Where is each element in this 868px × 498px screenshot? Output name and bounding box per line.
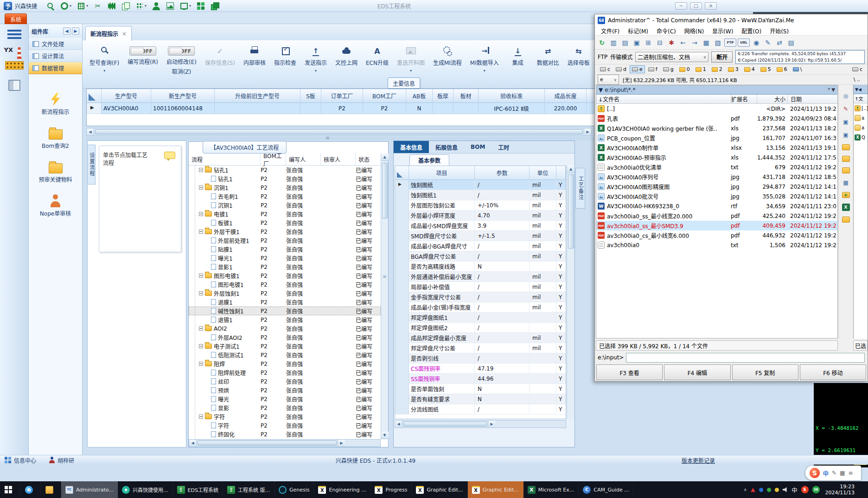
file-row[interactable]: AV3CH00IA0图形精度图 jpg 294,877 2024/11/12 1…: [596, 182, 837, 192]
strip-icon[interactable]: [842, 217, 850, 223]
scroll-right-icon[interactable]: ▶: [338, 440, 345, 447]
toolbar-icon[interactable]: ↻: [597, 38, 607, 48]
component-item[interactable]: 新流程指示: [29, 93, 82, 115]
tab-close-icon[interactable]: ×: [122, 31, 127, 37]
taskbar-item[interactable]: Engineering ...: [314, 481, 370, 498]
taskbar-item[interactable]: Graphic Edit...: [468, 481, 523, 498]
menu-item[interactable]: 开始(S): [766, 27, 793, 35]
strip-icon[interactable]: ✎: [842, 105, 850, 113]
component-item[interactable]: 预审关键物料: [29, 160, 82, 183]
flow-tree-row[interactable]: 板镀1 P2 张自强 已编写: [189, 218, 381, 227]
strip-icon[interactable]: ▣: [842, 131, 850, 139]
param-row[interactable]: 外层通道补偿后最小宽度 / mil Y: [395, 272, 566, 282]
menu-item[interactable]: 显示(W): [708, 27, 737, 35]
toolbar-icon[interactable]: ▤: [786, 38, 796, 48]
param-row[interactable]: 是否单面蚀刻 N Y: [395, 384, 566, 394]
flow-tree-row[interactable]: 阻焊前处理 P2 张自强 已编写: [189, 368, 381, 377]
flow-tree-row[interactable]: 外层干膜1 P2 张自强 已编写: [189, 227, 381, 236]
row-selector[interactable]: [395, 302, 409, 312]
taskbar-item[interactable]: [41, 481, 61, 498]
param-row[interactable]: 是否剥引线 / Y: [395, 353, 566, 364]
toolbar-icon[interactable]: →: [689, 38, 700, 48]
collapse-icon[interactable]: [199, 274, 203, 278]
ribbon-button[interactable]: 生成MI流程 ▾: [429, 41, 466, 88]
row-selector[interactable]: [395, 221, 409, 230]
collapse-icon[interactable]: [199, 212, 203, 216]
ribbon-button[interactable]: 集成 ▾: [503, 41, 533, 88]
tab-basic-params[interactable]: 基本参数: [409, 154, 449, 166]
collapse-icon[interactable]: [199, 230, 203, 234]
tray-app-icon[interactable]: [759, 488, 763, 492]
param-tab[interactable]: 拓展信息: [429, 141, 464, 153]
strip-icon[interactable]: [842, 156, 850, 162]
maximize-button[interactable]: □: [690, 2, 702, 10]
param-row[interactable]: 外层图形蚀刻公差 +/-10% mil Y: [395, 200, 566, 211]
column-header[interactable]: 状态: [356, 153, 381, 165]
table-cell[interactable]: N: [406, 103, 433, 114]
up-dir-shortcut[interactable]: \ ..: [854, 77, 865, 83]
row-selector[interactable]: [395, 190, 409, 200]
file-row[interactable]: AV3CH00IA0-HK693238_0 rtf 34,659 2024/11…: [596, 201, 837, 211]
drive-button[interactable]: 0: [677, 65, 692, 73]
flow-tree-row[interactable]: 预烘 P2 张自强 已编写: [189, 386, 381, 395]
disconnect-button[interactable]: 断开: [711, 51, 733, 63]
drive-button[interactable]: c: [850, 65, 865, 73]
drive-button[interactable]: 2: [709, 65, 725, 73]
tab-new-flow-instruction[interactable]: 新流程指示 ×: [85, 26, 132, 41]
transfer-mode-select[interactable]: 二进制(压缩包、文档∨: [635, 52, 708, 62]
column-header[interactable]: AB板: [406, 89, 433, 103]
ribbon-button[interactable]: OFF 编写流程(R) ▾: [123, 41, 162, 88]
menu-item[interactable]: 标记(M): [624, 27, 652, 35]
menu-item[interactable]: 配置(O): [737, 27, 766, 35]
row-selector[interactable]: [395, 231, 409, 241]
drive-button[interactable]: 4: [742, 65, 757, 73]
tc-titlebar[interactable]: 64 Administrator^ - Total Commander (x64…: [595, 14, 868, 26]
file-row[interactable]: [..] <DIR> 2024/11/13 19:2: [596, 104, 837, 114]
param-row[interactable]: SMD焊盘尺寸公差 +/-1.5 mil Y: [395, 231, 566, 241]
toolbar-icon[interactable]: URL: [738, 38, 750, 47]
close-button[interactable]: ×: [705, 2, 717, 10]
param-row[interactable]: 外层最小焊环宽度 4.70 mil Y: [395, 211, 566, 221]
file-row[interactable]: a: [854, 113, 868, 123]
menu-icon[interactable]: [7, 30, 21, 39]
sogou-tray-icon[interactable]: S: [801, 486, 809, 493]
flow-tree-row[interactable]: 退膜1 P2 张自强 已编写: [189, 298, 381, 306]
drive-button[interactable]: 1: [693, 65, 708, 73]
table-cell[interactable]: [453, 103, 479, 114]
param-row[interactable]: BGA焊盘尺寸公差 / mil Y: [395, 251, 566, 262]
main-table-hscrollbar[interactable]: ◀ ▶: [86, 128, 592, 136]
collapse-icon[interactable]: [199, 344, 203, 348]
ribbon-button[interactable]: 文控上网 ▾: [331, 41, 362, 88]
column-header[interactable]: 大小: [757, 95, 787, 103]
column-header[interactable]: BOM工厂: [363, 89, 406, 103]
flow-tree-row[interactable]: 显影1 P2 张自强 已编写: [189, 262, 381, 271]
strip-icon[interactable]: X: [842, 204, 850, 211]
flow-tree-row[interactable]: 外层AOI2 P2 张自强 已编写: [189, 333, 381, 342]
taskbar-item[interactable]: Microsoft Ex...: [523, 481, 579, 498]
column-header[interactable]: 生产型号: [102, 89, 151, 103]
flow-tree-row[interactable]: 终固化 P2 张自强 已编写: [189, 430, 381, 439]
minimize-button[interactable]: ─: [675, 2, 687, 10]
column-header[interactable]: 验收标准: [479, 89, 545, 103]
row-selector[interactable]: [395, 282, 409, 292]
panel-switch-icon[interactable]: [8, 80, 20, 91]
command-input[interactable]: [626, 353, 865, 363]
file-row[interactable]: [..]: [854, 103, 868, 113]
toolbar-icon[interactable]: FTP: [724, 38, 736, 47]
column-header[interactable]: 订单工厂: [321, 89, 363, 103]
column-header[interactable]: 扩展名: [731, 95, 757, 103]
ribbon-button[interactable]: 数据对比 ▾: [533, 41, 563, 88]
row-selector[interactable]: [395, 241, 409, 251]
component-item[interactable]: Bom查询2: [29, 127, 82, 149]
ribbon-button[interactable]: MI数据导入 ▾: [466, 41, 503, 88]
param-hscrollbar[interactable]: ◀ ▶: [395, 420, 566, 428]
tray-app-icon[interactable]: [767, 488, 771, 492]
column-header[interactable]: 新生产型号: [151, 89, 215, 103]
flow-tree-row[interactable]: 图形电镀1 P2 张自强 已编写: [189, 271, 381, 280]
drive-button[interactable]: \: [791, 65, 804, 73]
row-selector[interactable]: [395, 262, 409, 271]
row-selector[interactable]: [395, 180, 409, 190]
scroll-left-icon[interactable]: ◀: [189, 440, 197, 447]
param-row[interactable]: 局部最小补偿值 / mil Y: [395, 282, 566, 292]
toolbar-icon[interactable]: ✎: [763, 38, 773, 48]
